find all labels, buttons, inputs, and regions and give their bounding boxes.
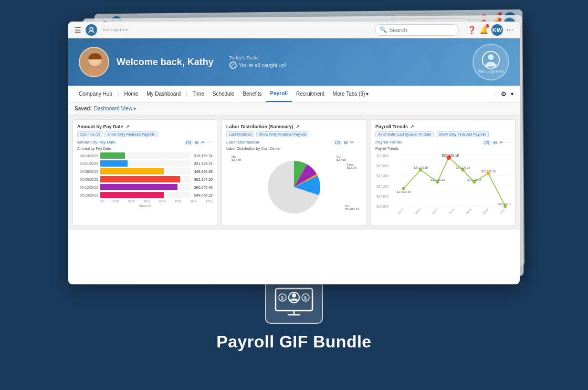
svg-text:$27,800: $27,800 — [376, 154, 389, 158]
search-bar-main[interactable]: 🔍 — [375, 24, 459, 36]
search-input-main[interactable] — [389, 27, 454, 33]
app-container: ☰ 🔍 ❓ 🔔 KW ☰ — [10, 6, 578, 384]
value-5: $60,055.43 — [194, 186, 213, 189]
bell-icon-main[interactable]: 🔔 — [479, 26, 488, 34]
widget1-title-group: Amount by Pay Date ↗ — [77, 124, 130, 129]
nav-sep1: | — [118, 91, 119, 97]
svg-text:$27,600: $27,600 — [376, 164, 389, 168]
external-link-icon-1[interactable]: ↗ — [125, 124, 130, 129]
last-finalized-badge[interactable]: Last Finalized — [226, 131, 254, 137]
tasks-status-text: You're all caught up! — [239, 63, 286, 68]
quarter-badge[interactable]: As of Date: Last Quarter To Date — [375, 131, 434, 137]
separator-icon: | — [495, 91, 497, 97]
widget3-sub-label[interactable]: Payroll Trends — [375, 140, 402, 145]
svg-text:$27,376.18: $27,376.18 — [414, 166, 428, 169]
widget3-subtitle2: Payroll Trends — [375, 147, 511, 150]
pie-label-corp: Corp$52.06 — [347, 163, 356, 169]
chevron-down-icon: ▾ — [366, 91, 369, 97]
search-icon-main: 🔍 — [380, 26, 387, 33]
more-icon-3[interactable]: ⋯ — [506, 139, 511, 145]
widget1-header: Amount by Pay Date ↗ — [77, 124, 213, 129]
hamburger-icon-main[interactable]: ☰ — [75, 26, 81, 34]
bar-5 — [100, 184, 177, 190]
check-icon: ✓ — [229, 61, 237, 69]
more-icon-main[interactable]: ⋯ — [506, 26, 513, 34]
settings-icon[interactable]: ⚙ — [501, 90, 507, 98]
nav-home[interactable]: Home — [120, 86, 143, 102]
finalized-badge-2[interactable]: Show Only Finalized Payrolls — [256, 131, 309, 137]
date-label-5: 05/12/2023 — [77, 186, 98, 189]
widget1-sub-label[interactable]: Amount by Pay Date — [77, 140, 116, 145]
filter-icon-1[interactable]: ⊞ — [195, 140, 199, 145]
nav-payroll[interactable]: Payroll — [266, 86, 292, 102]
help-icon-main[interactable]: ❓ — [467, 26, 476, 34]
svg-text:04/14: 04/14 — [397, 208, 405, 215]
bar-container-3 — [100, 168, 191, 175]
columns-badge-1[interactable]: Columns (2) — [77, 131, 102, 137]
widget2-count: (2) — [333, 140, 342, 145]
bar-6 — [100, 192, 164, 198]
topbar-icons-main: ❓ 🔔 KW ⋯ — [467, 24, 513, 36]
external-link-icon-2[interactable]: ↗ — [296, 124, 300, 129]
finalized-badge-3[interactable]: Show Only Finalized Payrolls — [436, 131, 489, 137]
svg-text:06/23: 06/23 — [482, 208, 489, 215]
welcome-heading: Welcome back, Kathy — [117, 57, 214, 68]
filter-icon-3[interactable]: ⊞ — [493, 140, 497, 145]
chart-row-5: 05/12/2023 $60,055.43 — [77, 184, 213, 190]
chart-row-1: 04/14/2023 $19,159.74 — [77, 152, 213, 159]
filter-icon-2[interactable]: ⊞ — [344, 140, 348, 145]
svg-text:$26,800: $26,800 — [376, 204, 389, 208]
nav-recruitment[interactable]: Recruitment — [292, 86, 329, 102]
date-label-2: 04/21/2023 — [77, 162, 98, 166]
tasks-label: Today's Tasks — [229, 55, 286, 60]
svg-text:05/12: 05/12 — [431, 208, 438, 215]
edit-icon-1[interactable]: ✏ — [201, 140, 205, 145]
topbar-main: ☰ Your Logo Here 🔍 ❓ 🔔 KW ⋯ — [68, 22, 520, 38]
avatar-main[interactable]: KW — [491, 24, 503, 36]
more-icon-2[interactable]: ⋯ — [356, 139, 362, 145]
pie-chart-area: NE$2,480 SC$2,400 Corp$52.06 DV$5,484.32 — [226, 152, 362, 221]
svg-text:$27,126.18: $27,126.18 — [430, 178, 445, 181]
finalized-badge-1[interactable]: Show Only Finalized Payrolls — [104, 131, 158, 137]
amount-axis-label: Amount — [77, 204, 213, 208]
widget2-header: Labor Distribution (Summary) ↗ — [226, 124, 362, 129]
widget3-header: Payroll Trends ↗ — [375, 124, 511, 129]
dropdown-arrow-icon: ▾ — [133, 106, 136, 111]
edit-icon-2[interactable]: ✏ — [350, 140, 354, 145]
edit-icon-3[interactable]: ✏ — [499, 140, 503, 145]
more-icon-1[interactable]: ⋯ — [207, 139, 213, 145]
nav-my-dashboard[interactable]: My Dashboard — [142, 86, 185, 102]
pie-label-sc: SC$2,400 — [337, 155, 346, 161]
nav-right-icons: | ⚙ ▾ — [495, 90, 513, 98]
pie-chart-svg — [268, 161, 320, 213]
tasks-status: ✓ You're all caught up! — [229, 61, 286, 69]
axis-70k: $70k — [206, 200, 213, 203]
bar-container-6 — [100, 192, 191, 198]
nav-more-tabs[interactable]: More Tabs (9) ▾ — [329, 86, 373, 102]
nav-schedule[interactable]: Schedule — [208, 86, 239, 102]
app-content: Welcome back, Kathy Today's Tasks ✓ You'… — [68, 38, 520, 230]
chart-row-6: 05/19/2023 $49,046.23 — [77, 192, 213, 198]
line-chart-svg: $27,800 $27,600 $27,400 $27,200 $27,000 … — [375, 151, 511, 221]
chevron-settings-icon[interactable]: ▾ — [511, 91, 513, 97]
svg-text:$27,000: $27,000 — [376, 194, 389, 198]
payroll-icon-wrapper: $ $ — [265, 279, 323, 324]
value-4: $62,154.20 — [194, 178, 213, 181]
dashboard-view-dropdown[interactable]: Dashboard View ▾ — [94, 106, 136, 111]
date-label-4: 05/05/2023 — [77, 178, 98, 181]
nav-company-hub[interactable]: Company Hub — [75, 86, 117, 102]
axis-40k: $40k — [159, 200, 166, 203]
widget2-sub-label[interactable]: Labor Distribution — [226, 140, 259, 145]
widget2-title-group: Labor Distribution (Summary) ↗ — [226, 124, 300, 129]
svg-text:06/09: 06/09 — [465, 208, 472, 215]
dashboard-grid: Amount by Pay Date ↗ Columns (2) Show On… — [68, 115, 520, 230]
external-link-icon-3[interactable]: ↗ — [410, 124, 414, 129]
nav-time[interactable]: Time — [188, 86, 208, 102]
widget1-axis-label: Amount by Pay Date — [77, 147, 213, 150]
svg-point-7 — [482, 52, 499, 68]
nav-sep2: | — [186, 91, 187, 97]
pie-label-dv: DV$5,484.32 — [345, 204, 359, 211]
nav-benefits[interactable]: Benefits — [238, 86, 266, 102]
svg-point-48 — [292, 293, 296, 297]
widget1-actions: Columns (2) Show Only Finalized Payrolls — [77, 131, 213, 137]
